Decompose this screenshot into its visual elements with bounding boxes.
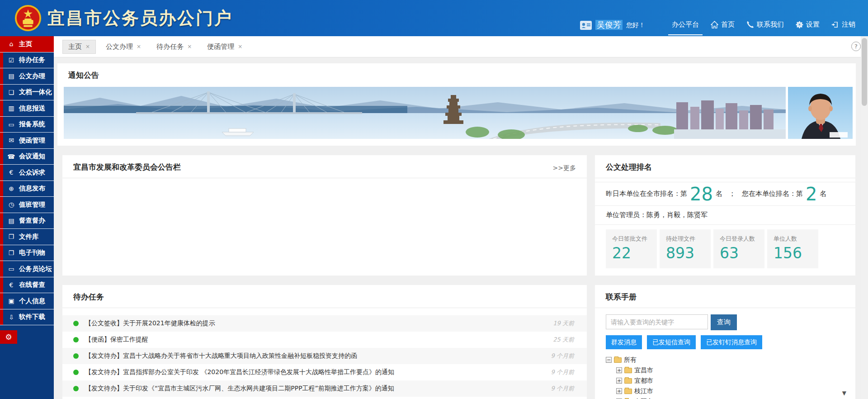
tab-bar: 主页× 公文办理× 待办任务× 便函管理× ? xyxy=(54,36,868,57)
tab-todo-tasks[interactable]: 待办任务× xyxy=(151,40,197,53)
unit-rank-value: 2 xyxy=(806,185,817,203)
report-icon: ▥ xyxy=(7,104,15,112)
tree-node-all[interactable]: − 所有 xyxy=(606,355,844,365)
expand-icon[interactable]: + xyxy=(616,388,622,394)
sidebar-item-filing-system[interactable]: ▭报备系统 xyxy=(0,117,54,133)
globe-icon: ⊕ xyxy=(7,185,15,192)
sidebar-item-duty-management[interactable]: ◷值班管理 xyxy=(0,197,54,213)
nav-contact-us[interactable]: 联系我们 xyxy=(746,20,784,29)
sidebar-item-personal-info[interactable]: ▣个人信息 xyxy=(0,293,54,309)
tree-node-yidu[interactable]: + 宜都市 xyxy=(616,375,844,386)
notice-panel: 通知公告 xyxy=(57,63,856,146)
scrollbar-thumb[interactable] xyxy=(862,38,867,106)
rank-panel-title: 公文处理排名 xyxy=(595,155,855,178)
online-inspect-icon: € xyxy=(7,281,15,289)
tab-memo-management[interactable]: 便函管理× xyxy=(202,40,248,53)
folder-icon xyxy=(624,368,632,373)
banner-image[interactable] xyxy=(64,87,786,139)
sidebar-item-doc-integration[interactable]: ❏文档一体化 xyxy=(0,85,54,101)
tree-node-yichang[interactable]: + 宜昌市 xyxy=(616,365,844,375)
sidebar-gear-button[interactable]: ⚙ xyxy=(0,330,17,344)
close-icon[interactable]: × xyxy=(85,43,90,50)
todo-item[interactable]: 【发文待办】宜昌指挥部办公室关于印发 《2020年宜昌长江经济带绿色发展十大战略… xyxy=(62,364,587,380)
home-icon: ⌂ xyxy=(7,40,15,48)
close-icon[interactable]: × xyxy=(187,43,192,50)
page-scrollbar[interactable] xyxy=(861,36,868,399)
status-dot-icon xyxy=(73,386,79,391)
sidebar-item-info-report[interactable]: ▥信息报送 xyxy=(0,100,54,117)
stat-card-signed-today: 今日签批文件 22 xyxy=(606,229,657,268)
tab-home[interactable]: 主页× xyxy=(62,40,96,54)
todo-item[interactable]: 【发文待办】宜昌十大战略办关于将省市十大战略重大项目纳入政策性金融补短板稳投资支… xyxy=(62,348,587,364)
status-dot-icon xyxy=(73,337,79,342)
todo-panel: 待办任务 【公文签收】关于开展2021年健康体检的提示 19 天前 【便函】保密… xyxy=(62,285,587,399)
profile-icon: ▣ xyxy=(7,297,15,304)
portrait-photo[interactable] xyxy=(788,87,853,139)
stat-card-logins-today: 今日登录人数 63 xyxy=(713,229,764,268)
expand-icon[interactable]: + xyxy=(616,367,622,373)
notice-panel-title: 通知公告 xyxy=(57,63,856,86)
tree-node-zhijiang[interactable]: + 枝江市 xyxy=(616,386,844,396)
close-icon[interactable]: × xyxy=(137,43,141,50)
sidebar-item-todo-tasks[interactable]: ☑待办任务 xyxy=(0,52,54,69)
todo-list: 【公文签收】关于开展2021年健康体检的提示 19 天前 【便函】保密工作提醒 … xyxy=(62,315,587,399)
help-icon[interactable]: ? xyxy=(851,42,861,51)
status-dot-icon xyxy=(73,370,79,375)
sent-sms-query-button[interactable]: 已发短信查询 xyxy=(647,335,696,349)
todo-item[interactable]: 【便函】保密工作提醒 25 天前 xyxy=(62,332,587,348)
nav-logout[interactable]: 注销 xyxy=(831,20,855,29)
todo-item-partial[interactable] xyxy=(62,397,587,399)
library-icon: ❐ xyxy=(7,233,15,240)
stat-cards: 今日签批文件 22 待处理文件 893 今日登录人数 63 单位人数 156 xyxy=(595,225,855,268)
rank-summary: 昨日本单位在全市排名：第 28 名 ； 您在本单位排名：第 2 名 单位管理员：… xyxy=(595,182,855,225)
publication-icon: ❐ xyxy=(7,249,15,256)
close-icon[interactable]: × xyxy=(238,43,242,50)
divider xyxy=(62,308,587,308)
contact-search-input[interactable] xyxy=(606,314,708,329)
sidebar-item-e-publication[interactable]: ❐电子刊物 xyxy=(0,245,54,261)
sidebar-item-official-docs[interactable]: ▤公文办理 xyxy=(0,68,54,85)
todo-item[interactable]: 【公文签收】关于开展2021年健康体检的提示 19 天前 xyxy=(62,315,587,332)
sidebar-item-civil-servant-forum[interactable]: ▭公务员论坛 xyxy=(0,261,54,277)
top-nav: 办公平台 首页 联系我们 设置 注销 xyxy=(672,0,855,36)
sidebar-item-home[interactable]: ⌂主页 xyxy=(0,36,54,52)
sidebar-item-software-download[interactable]: ⇩软件下载 xyxy=(0,309,54,326)
phone-icon xyxy=(746,21,754,28)
expand-icon[interactable]: + xyxy=(616,378,622,384)
sidebar-item-supervision[interactable]: ▤督查督办 xyxy=(0,213,54,229)
envelope-icon: ✉ xyxy=(7,137,15,144)
sidebar-item-memo-management[interactable]: ✉便函管理 xyxy=(0,133,54,149)
sent-dingtalk-query-button[interactable]: 已发钉钉消息查询 xyxy=(701,335,762,349)
tab-official-docs[interactable]: 公文办理× xyxy=(100,40,146,53)
tree-node-dangyang[interactable]: + 当阳市 xyxy=(616,396,844,399)
meeting-icon: ☎ xyxy=(7,153,15,160)
nav-settings[interactable]: 设置 xyxy=(796,20,820,29)
file-icon: ❏ xyxy=(7,89,15,96)
greeting-text: 您好！ xyxy=(626,21,645,30)
appeal-icon: € xyxy=(7,169,15,176)
sidebar-menu: ⌂主页 ☑待办任务 ▤公文办理 ❏文档一体化 ▥信息报送 ▭报备系统 ✉便函管理… xyxy=(0,36,54,399)
collapse-icon[interactable]: − xyxy=(606,357,612,363)
status-dot-icon xyxy=(73,353,79,359)
status-dot-icon xyxy=(73,321,79,326)
user-name[interactable]: 吴俊芳 xyxy=(595,20,623,30)
folder-icon xyxy=(624,389,632,394)
more-link[interactable]: >>更多 xyxy=(553,164,576,172)
todo-item[interactable]: 【发文待办】关于印发《“宜昌市主城区污水厂网、生态水网共建项目二期PPP工程”前… xyxy=(62,380,587,397)
folder-icon xyxy=(624,378,632,384)
contact-panel-title: 联系手册 xyxy=(595,285,855,308)
sidebar-item-info-publish[interactable]: ⊕信息发布 xyxy=(0,181,54,197)
sidebar-item-file-library[interactable]: ❐文件库 xyxy=(0,229,54,245)
task-icon: ☑ xyxy=(7,57,15,64)
sidebar-item-public-appeal[interactable]: €公众诉求 xyxy=(0,165,54,181)
query-button[interactable]: 查询 xyxy=(711,314,737,330)
folder-icon xyxy=(614,357,622,363)
mass-message-button[interactable]: 群发消息 xyxy=(606,335,642,349)
sidebar-item-meeting-notice[interactable]: ☎会议通知 xyxy=(0,149,54,165)
nav-office-platform[interactable]: 办公平台 xyxy=(672,20,699,29)
user-greeting: 吴俊芳 您好！ xyxy=(580,0,645,36)
chevron-down-icon[interactable]: ▼ xyxy=(842,390,846,396)
nav-home[interactable]: 首页 xyxy=(711,20,735,29)
forum-icon: ▭ xyxy=(7,265,15,272)
sidebar-item-online-inspect[interactable]: €在线督查 xyxy=(0,277,54,294)
